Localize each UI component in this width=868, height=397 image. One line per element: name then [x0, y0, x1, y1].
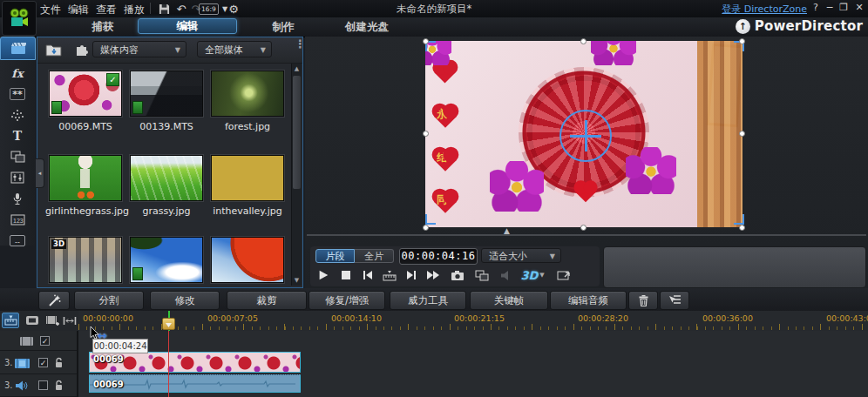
position-crosshair[interactable]	[559, 110, 612, 162]
media-thumbnail-inthevalley[interactable]	[211, 155, 284, 201]
magic-wand-icon[interactable]	[38, 291, 70, 310]
resize-handle[interactable]	[580, 38, 587, 44]
timeline-audio-clip[interactable]: 00069	[89, 374, 301, 393]
video-clip-badge	[132, 101, 143, 114]
unlock-icon[interactable]	[54, 380, 64, 391]
library-scrollbar[interactable]: ▲ ▼	[291, 64, 302, 286]
scrollbar-thumb[interactable]	[293, 76, 301, 189]
media-room-icon[interactable]	[0, 37, 36, 60]
audio-mixing-room-icon[interactable]	[0, 167, 35, 188]
stop-button[interactable]	[336, 267, 356, 283]
track-content-audio-3[interactable]: 00069	[78, 374, 868, 397]
tab-edit[interactable]: 编辑	[138, 18, 237, 34]
preview-seek-slider[interactable]	[307, 234, 866, 236]
help-button[interactable]: ?	[809, 2, 823, 13]
keyframe-button[interactable]: 关键帧	[470, 291, 548, 310]
playhead-line-tracks[interactable]	[168, 331, 169, 397]
resize-handle[interactable]	[739, 225, 745, 231]
track-enable-checkbox[interactable]: ✓	[38, 358, 48, 367]
next-frame-button[interactable]	[402, 267, 421, 283]
close-button[interactable]: ✕	[852, 2, 866, 13]
timeline-view-icon[interactable]	[2, 313, 19, 328]
restore-button[interactable]: ❐	[837, 2, 851, 13]
previous-frame-button[interactable]	[358, 267, 377, 283]
plugin-puzzle-icon[interactable]	[71, 41, 92, 58]
resize-handle[interactable]	[739, 131, 745, 137]
playhead-marker[interactable]	[162, 318, 175, 330]
step-seek-button[interactable]	[380, 267, 399, 283]
power-tools-button[interactable]: 威力工具	[390, 291, 466, 310]
media-thumbnail-girlinthegrass[interactable]	[49, 155, 122, 201]
menu-view[interactable]: 查看	[96, 3, 117, 17]
edit-audio-button[interactable]: 编辑音频	[550, 291, 627, 310]
mute-speaker-icon[interactable]	[497, 267, 516, 283]
subtitle-room-icon[interactable]: --	[0, 230, 35, 251]
trash-icon[interactable]	[628, 291, 658, 310]
chapter-room-icon[interactable]: 123	[0, 209, 35, 230]
resize-handle[interactable]	[739, 38, 745, 44]
dual-preview-icon[interactable]	[472, 267, 492, 283]
content-filter-dropdown[interactable]: 媒体内容 ▼	[92, 41, 186, 57]
scroll-down-icon[interactable]: ▼	[292, 275, 302, 286]
library-menu-dots-icon[interactable]: ⋮	[295, 41, 302, 47]
movie-mode-button[interactable]: 全片	[355, 249, 394, 263]
track-content-video-3[interactable]: 00069	[78, 351, 868, 375]
track-enable-checkbox[interactable]: ✓	[40, 336, 50, 346]
minimize-button[interactable]: ─	[823, 2, 837, 13]
pip-objects-room-icon[interactable]: **	[0, 84, 35, 104]
media-thumbnail-forest[interactable]	[211, 71, 284, 117]
tab-produce[interactable]: 制作	[259, 20, 308, 35]
snapshot-camera-icon[interactable]	[448, 267, 467, 283]
track-manager-icon[interactable]	[660, 291, 689, 310]
media-thumbnail-grassy[interactable]	[130, 155, 203, 201]
tab-capture[interactable]: 捕获	[78, 20, 127, 35]
timeline-ruler[interactable]: 00:00:00:00 00:00:07:05 00:00:14:10 00:0…	[78, 311, 868, 332]
modify-button[interactable]: 修改	[150, 291, 220, 310]
3d-mode-button[interactable]: 3D ▼	[519, 267, 546, 283]
media-thumbnail-umbrella[interactable]	[211, 237, 284, 283]
gear-icon[interactable]: ⚙	[225, 1, 242, 17]
unlock-icon[interactable]	[54, 357, 64, 368]
clip-mode-button[interactable]: 片段	[315, 249, 355, 263]
import-media-icon[interactable]	[43, 41, 64, 58]
timeline-video-clip[interactable]: 00069	[89, 352, 301, 373]
resize-handle[interactable]	[423, 131, 429, 137]
track-enable-checkbox[interactable]	[38, 380, 48, 390]
resize-handle[interactable]	[580, 225, 587, 231]
storyboard-view-icon[interactable]	[24, 313, 41, 328]
media-thumbnail-00139[interactable]	[130, 71, 203, 117]
play-button[interactable]	[314, 267, 333, 283]
save-icon[interactable]	[155, 1, 173, 17]
scroll-up-icon[interactable]: ▲	[292, 64, 302, 74]
crop-button[interactable]: 裁剪	[227, 291, 307, 310]
media-type-filter-dropdown[interactable]: 全部媒体 ▼	[197, 41, 272, 57]
fit-timeline-icon[interactable]	[61, 313, 78, 328]
menu-edit[interactable]: 编辑	[68, 3, 89, 17]
timecode-display[interactable]: 00:00:04:16	[399, 248, 478, 265]
media-thumbnail-00069[interactable]: ✓	[49, 71, 122, 117]
zoom-fit-dropdown[interactable]: 适合大小 ▼	[481, 248, 561, 263]
fix-enhance-button[interactable]: 修复/增强	[309, 291, 385, 310]
menu-play[interactable]: 播放	[124, 3, 145, 17]
preview-video[interactable]: 永 结 同	[425, 41, 743, 227]
fast-forward-button[interactable]	[424, 267, 443, 283]
media-thumbnail-sky[interactable]	[130, 237, 203, 283]
voiceover-room-icon[interactable]	[0, 188, 35, 209]
panel-collapse-handle[interactable]: ◂	[36, 158, 44, 188]
split-button[interactable]: 分割	[74, 291, 144, 310]
transition-room-icon[interactable]	[0, 146, 35, 167]
login-directorzone-link[interactable]: 登录 DirectorZone	[722, 3, 807, 16]
add-track-icon[interactable]	[44, 313, 61, 328]
particle-room-icon[interactable]	[0, 104, 35, 125]
resize-handle[interactable]	[423, 38, 429, 44]
media-thumbnail-3d-bikes[interactable]: 3D	[49, 237, 122, 283]
undock-preview-icon[interactable]	[554, 267, 573, 283]
seek-slider-marker[interactable]: ▲	[504, 226, 510, 235]
resize-handle[interactable]	[423, 225, 429, 231]
title-room-icon[interactable]: T	[0, 125, 35, 146]
tab-create-disc[interactable]: 创建光盘	[333, 20, 401, 35]
menu-file[interactable]: 文件	[40, 3, 61, 17]
preview-panel: 永 结 同 ▲ 片段 全片 00:00:0	[305, 37, 868, 288]
track-content-2[interactable]	[78, 331, 868, 352]
effect-room-icon[interactable]: fx	[0, 63, 35, 84]
